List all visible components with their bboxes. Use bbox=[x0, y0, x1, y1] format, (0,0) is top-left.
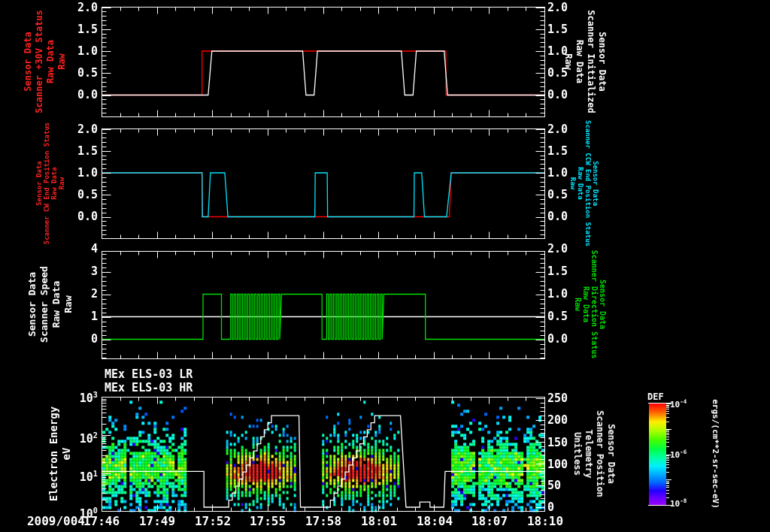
xtick: 17:46 bbox=[75, 514, 128, 528]
p4-ytick-r: 150 bbox=[547, 436, 568, 449]
p4-ytick-r: 100 bbox=[547, 458, 568, 471]
xtick: 17:58 bbox=[297, 514, 350, 528]
colorbar-tick: 10-8 bbox=[670, 497, 687, 509]
xtick: 18:10 bbox=[519, 514, 571, 528]
p2-ytick-r: 0.0 bbox=[547, 210, 568, 223]
colorbar-tick: 10-6 bbox=[670, 449, 687, 460]
spectrogram-title-hr: MEx ELS-03 HR bbox=[105, 381, 192, 394]
p4-ytick: 103 bbox=[60, 391, 98, 405]
p1-left-axis-label: Sensor DataScanner +30V Status Raw DataR… bbox=[23, 10, 68, 113]
p4-ytick-r: 0 bbox=[547, 500, 554, 514]
p2-ytick-r: 1.5 bbox=[547, 144, 568, 158]
p3-ytick: 4 bbox=[66, 242, 98, 255]
p2-ytick: 2.0 bbox=[66, 122, 98, 136]
p1-ytick: 2.0 bbox=[66, 1, 98, 14]
xtick: 18:01 bbox=[353, 514, 405, 528]
p4-left-axis-label: Electron EnergyeV bbox=[47, 407, 73, 501]
p3-left-axis-label: Sensor DataScanner Speed Raw DataRaw bbox=[26, 266, 74, 343]
colorbar-title: DEF bbox=[647, 391, 664, 402]
p2-left-axis-label: Sensor DataScanner CW End Position Statu… bbox=[35, 122, 65, 245]
p4-ytick-r: 50 bbox=[547, 479, 561, 492]
colorbar-tick: 10-4 bbox=[670, 398, 687, 410]
p3-ytick-r: 0.5 bbox=[547, 310, 568, 323]
xtick: 17:52 bbox=[186, 514, 239, 528]
p2-ytick-r: 0.5 bbox=[547, 188, 568, 201]
p2-ytick: 0.0 bbox=[66, 210, 98, 223]
p2-ytick: 0.5 bbox=[66, 188, 98, 201]
p3-ytick-r: 2.0 bbox=[547, 242, 568, 255]
p3-ytick-r: 1.5 bbox=[547, 264, 568, 278]
plot-canvas bbox=[0, 0, 770, 532]
p3-ytick-r: 1.0 bbox=[547, 287, 568, 301]
p1-right-axis-label: Sensor DataScanner Initialized Raw DataR… bbox=[562, 10, 608, 113]
p2-right-axis-label: Sensor DataScanner CCW End Position Stat… bbox=[569, 120, 599, 246]
p1-ytick: 0.0 bbox=[66, 88, 98, 101]
xtick: 18:07 bbox=[463, 514, 516, 528]
p3-ytick-r: 0.0 bbox=[547, 332, 568, 346]
p2-ytick: 1.5 bbox=[66, 144, 98, 158]
p2-ytick-r: 1.0 bbox=[547, 166, 568, 180]
plot-page: 2.0 1.5 1.0 0.5 0.0 2.0 1.5 1.0 0.5 0.0 … bbox=[0, 0, 770, 532]
p4-ytick-r: 250 bbox=[547, 391, 568, 405]
p2-ytick-r: 2.0 bbox=[547, 122, 568, 136]
spectrogram-title-lr: MEx ELS-03 LR bbox=[105, 367, 192, 381]
xtick: 18:04 bbox=[408, 514, 461, 528]
p2-ytick: 1.0 bbox=[66, 166, 98, 180]
p3-right-axis-label: Sensor DataScanner Direction Status Raw … bbox=[574, 250, 607, 359]
p1-ytick: 1.0 bbox=[66, 44, 98, 58]
p1-ytick: 0.5 bbox=[66, 66, 98, 80]
p4-right-axis-label: Sensor DataScanner Position TelemetryUni… bbox=[571, 410, 617, 497]
p1-ytick: 1.5 bbox=[66, 23, 98, 36]
xtick: 17:49 bbox=[131, 514, 183, 528]
colorbar-unit-label: ergs/(cm**2-sr-sec-eV) bbox=[710, 399, 720, 509]
xtick: 17:55 bbox=[241, 514, 294, 528]
p4-ytick-r: 200 bbox=[547, 413, 568, 427]
